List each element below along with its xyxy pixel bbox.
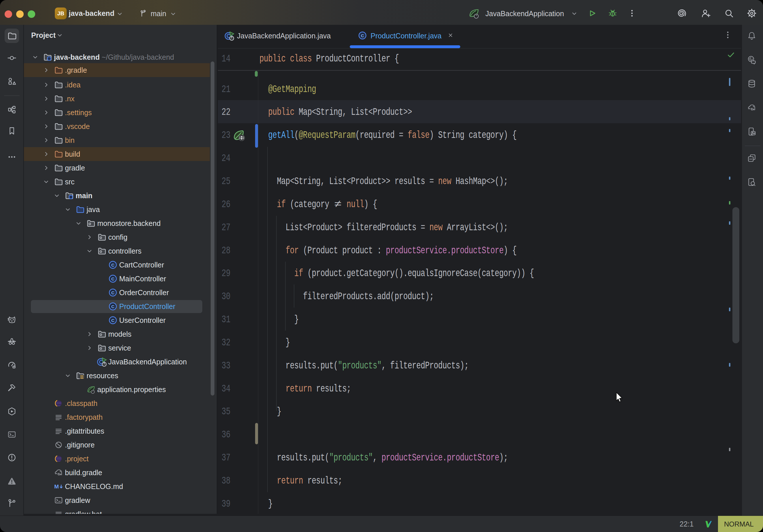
svg-text:M: M	[54, 483, 59, 489]
svg-text:C: C	[111, 318, 114, 323]
svg-text:C: C	[111, 290, 114, 295]
svg-text:C: C	[111, 304, 114, 309]
svg-text:C: C	[361, 33, 364, 38]
svg-text:C: C	[111, 276, 114, 281]
svg-text:C: C	[111, 263, 114, 267]
